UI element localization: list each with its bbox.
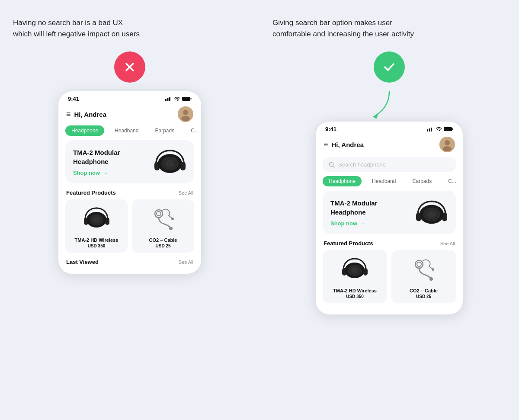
left-last-viewed-see-all[interactable]: See All <box>179 260 193 265</box>
left-headphone-hero-svg <box>153 147 187 177</box>
left-product1-img <box>81 204 112 234</box>
left-tab-more[interactable]: C... <box>185 125 201 136</box>
left-tab-headband[interactable]: Headband <box>109 125 144 136</box>
left-hero-image <box>153 147 187 177</box>
left-headline: Having no search bar is a bad UX which w… <box>13 17 140 39</box>
right-phone: 9:41 ≡ Hi, Andrea <box>316 122 463 314</box>
svg-point-14 <box>166 160 174 167</box>
right-wifi-icon <box>436 127 442 131</box>
left-time: 9:41 <box>68 96 79 102</box>
svg-marker-25 <box>373 114 378 119</box>
right-see-all[interactable]: See All <box>440 241 455 246</box>
right-product1-svg <box>341 256 369 282</box>
left-status-bar: 9:41 <box>58 91 201 104</box>
right-hamburger-icon[interactable]: ≡ <box>324 140 328 149</box>
left-nav-bar: ≡ Hi, Andrea <box>58 104 201 125</box>
right-tab-earpads[interactable]: Earpads <box>406 176 438 186</box>
left-product2-card[interactable]: CO2 – Cable USD 25 <box>132 199 194 253</box>
left-tab-earpads[interactable]: Earpads <box>149 125 180 136</box>
svg-point-8 <box>183 110 188 115</box>
left-status-icons <box>165 96 192 101</box>
svg-rect-29 <box>444 127 452 131</box>
svg-line-23 <box>168 215 172 218</box>
right-hero-text: TMA-2 Modular Headphone Shop now → <box>330 199 391 227</box>
left-product1-name: TMA-2 HD Wireless <box>75 237 119 243</box>
right-search-bar[interactable]: Search headphone <box>323 157 456 172</box>
right-product1-card[interactable]: TMA-2 HD Wireless USD 350 <box>323 250 387 303</box>
left-product2-price: USD 25 <box>155 244 170 248</box>
right-nav-bar: ≡ Hi, Andrea <box>316 134 463 156</box>
svg-point-22 <box>169 227 173 230</box>
svg-rect-28 <box>431 128 432 131</box>
left-hamburger-icon[interactable]: ≡ <box>66 110 71 119</box>
connector-arrow-svg <box>363 91 415 122</box>
svg-point-45 <box>351 267 358 273</box>
left-tab-headphone[interactable]: Headphone <box>65 125 104 136</box>
right-greeting: Hi, Andrea <box>332 141 364 148</box>
right-product1-img <box>340 254 370 285</box>
svg-point-9 <box>181 116 190 121</box>
right-time: 9:41 <box>325 126 336 132</box>
right-product2-card[interactable]: CO2 – Cable USD 25 <box>391 250 456 303</box>
left-hero-text: TMA-2 Modular Headphone Shop now → <box>73 148 134 176</box>
right-product1-name: TMA-2 HD Wireless <box>333 288 377 293</box>
svg-rect-26 <box>427 129 428 131</box>
svg-point-24 <box>171 218 174 220</box>
right-tab-more[interactable]: C... <box>442 176 462 186</box>
svg-point-47 <box>417 262 421 266</box>
page-container: Having no search bar is a bad UX which w… <box>13 17 506 314</box>
left-nav-left: ≡ Hi, Andrea <box>66 110 106 119</box>
wifi-icon <box>174 96 180 101</box>
svg-rect-2 <box>165 99 167 101</box>
svg-rect-3 <box>167 98 169 101</box>
left-shop-now[interactable]: Shop now → <box>73 170 134 176</box>
svg-point-46 <box>415 260 423 268</box>
left-product1-price: USD 350 <box>88 244 106 248</box>
right-avatar <box>439 137 455 152</box>
left-last-viewed-header: Last Viewed See All <box>58 259 201 265</box>
right-status-bar: 9:41 <box>316 122 463 134</box>
right-nav-left: ≡ Hi, Andrea <box>324 140 364 149</box>
right-headphone-hero-svg <box>414 197 449 229</box>
left-featured-title: Featured Products <box>66 189 116 196</box>
x-icon <box>122 59 138 75</box>
battery-icon <box>182 96 192 101</box>
right-product2-name: CO2 – Cable <box>410 288 438 293</box>
svg-line-49 <box>429 266 432 269</box>
svg-point-40 <box>427 210 436 218</box>
left-arrow-icon: → <box>103 170 108 176</box>
right-tab-headphone[interactable]: Headphone <box>323 176 362 186</box>
left-products-row: TMA-2 HD Wireless USD 350 <box>58 199 201 253</box>
left-column: Having no search bar is a bad UX which w… <box>13 17 247 274</box>
svg-point-21 <box>157 212 161 216</box>
left-greeting: Hi, Andrea <box>74 111 106 118</box>
right-hero-image <box>414 198 449 228</box>
right-arrow-icon: → <box>360 220 365 227</box>
left-phone: 9:41 ≡ Hi, Andrea <box>58 91 201 274</box>
left-see-all[interactable]: See All <box>179 190 193 196</box>
right-products-row: TMA-2 HD Wireless USD 350 <box>316 250 463 303</box>
right-product2-price: USD 25 <box>416 294 431 299</box>
right-featured-header: Featured Products See All <box>316 240 463 247</box>
right-hero-title: TMA-2 Modular Headphone <box>330 199 391 217</box>
right-tab-headband[interactable]: Headband <box>366 176 402 186</box>
right-status-icons <box>427 127 453 131</box>
left-category-tabs: Headphone Headband Earpads C... <box>58 125 201 136</box>
bad-badge <box>114 51 145 83</box>
svg-point-20 <box>155 210 163 218</box>
right-featured-title: Featured Products <box>324 240 373 247</box>
right-shop-now[interactable]: Shop now → <box>330 220 391 227</box>
check-icon <box>381 59 397 75</box>
svg-point-32 <box>445 140 450 145</box>
right-product2-img <box>409 254 439 285</box>
svg-line-35 <box>333 166 335 167</box>
svg-point-48 <box>429 277 433 281</box>
svg-rect-5 <box>182 97 190 101</box>
left-product1-card[interactable]: TMA-2 HD Wireless USD 350 <box>65 199 128 253</box>
svg-rect-30 <box>452 128 453 130</box>
left-hero-card: TMA-2 Modular Headphone Shop now → <box>65 140 194 183</box>
svg-point-50 <box>432 268 434 271</box>
svg-rect-27 <box>429 128 430 131</box>
svg-rect-4 <box>169 97 170 101</box>
right-search-icon <box>329 162 335 168</box>
